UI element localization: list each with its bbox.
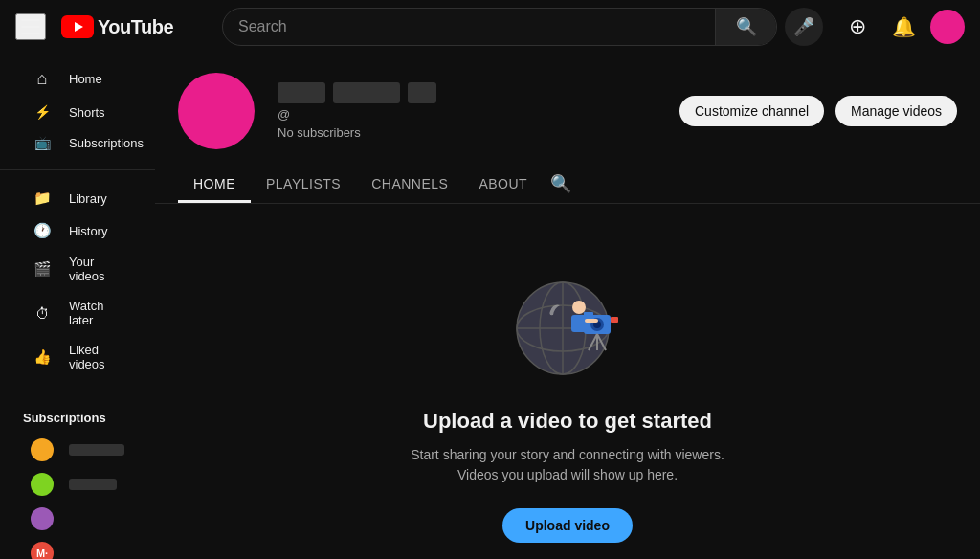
sidebar-item-subscriptions[interactable]: 📺 Subscriptions <box>8 127 147 158</box>
shorts-icon: ⚡ <box>31 104 54 120</box>
empty-state-description: Start sharing your story and connecting … <box>405 445 730 485</box>
bell-icon: 🔔 <box>892 15 916 38</box>
empty-state-illustration <box>501 261 635 386</box>
search-bar: 🔍 <box>222 8 777 46</box>
tab-playlists[interactable]: PLAYLISTS <box>251 165 356 203</box>
channel-info: @ No subscribers <box>278 82 657 140</box>
subscription-item-2[interactable] <box>8 467 147 502</box>
sidebar-item-shorts-label: Shorts <box>69 105 105 120</box>
sub-name-1 <box>69 444 124 456</box>
channel-avatar <box>178 73 255 149</box>
header: YouTube 🔍 🎤 ⊕ 🔔 <box>0 0 980 54</box>
sidebar-item-library-label: Library <box>69 191 107 206</box>
name-block-3 <box>408 82 436 103</box>
sidebar-item-history-label: History <box>69 224 107 238</box>
subscription-item-1[interactable] <box>8 433 147 467</box>
body: ⌂ Home ⚡ Shorts 📺 Subscriptions 📁 Librar… <box>0 54 980 559</box>
subscription-item-m[interactable]: M· <box>8 536 147 559</box>
customize-channel-button[interactable]: Customize channel <box>679 96 824 126</box>
sidebar-item-watch-later[interactable]: ⏱ Watch later <box>8 291 147 335</box>
sidebar-item-home-label: Home <box>69 72 102 86</box>
logo[interactable]: YouTube <box>61 15 173 38</box>
search-input[interactable] <box>223 18 715 35</box>
svg-rect-12 <box>611 317 618 323</box>
home-icon: ⌂ <box>31 69 54 89</box>
channel-name-row <box>278 82 657 103</box>
sidebar-item-library[interactable]: 📁 Library <box>8 182 147 214</box>
channel-tabs: HOME PLAYLISTS CHANNELS ABOUT 🔍 <box>155 165 980 204</box>
name-block-1 <box>278 82 325 103</box>
user-avatar-button[interactable] <box>930 10 965 44</box>
notifications-button[interactable]: 🔔 <box>884 8 923 46</box>
history-icon: 🕐 <box>31 222 54 239</box>
sidebar-item-liked-videos[interactable]: 👍 Liked videos <box>8 335 147 379</box>
subscriptions-section-title: Subscriptions <box>0 403 155 433</box>
sidebar: ⌂ Home ⚡ Shorts 📺 Subscriptions 📁 Librar… <box>0 54 155 559</box>
sidebar-item-history[interactable]: 🕐 History <box>8 214 147 247</box>
sub-name-2 <box>69 479 117 490</box>
svg-rect-17 <box>571 315 587 332</box>
create-icon: ⊕ <box>849 14 866 39</box>
empty-state: Upload a video to get started Start shar… <box>155 204 980 559</box>
name-block-2 <box>333 82 400 103</box>
channel-handle: @ <box>278 107 657 122</box>
sidebar-item-subscriptions-label: Subscriptions <box>69 136 144 150</box>
tabs-search-button[interactable]: 🔍 <box>543 166 579 202</box>
subscriptions-icon: 📺 <box>31 135 54 150</box>
sub-avatar-2 <box>31 473 54 496</box>
channel-header: @ No subscribers Customize channel Manag… <box>155 54 980 149</box>
header-right: ⊕ 🔔 <box>838 8 965 46</box>
tab-about[interactable]: ABOUT <box>463 165 543 203</box>
sidebar-item-home[interactable]: ⌂ Home <box>8 61 147 97</box>
sidebar-divider-1 <box>0 169 155 170</box>
library-icon: 📁 <box>31 190 54 207</box>
your-videos-icon: 🎬 <box>31 260 54 278</box>
sidebar-item-your-videos[interactable]: 🎬 Your videos <box>8 247 147 291</box>
channel-actions: Customize channel Manage videos <box>679 96 957 126</box>
tab-channels[interactable]: CHANNELS <box>356 165 463 203</box>
subscription-item-3[interactable] <box>8 502 147 536</box>
sidebar-divider-2 <box>0 391 155 391</box>
sub-avatar-m: M· <box>31 542 54 559</box>
menu-button[interactable] <box>15 13 46 40</box>
header-left: YouTube <box>15 13 207 40</box>
tab-home[interactable]: HOME <box>178 165 251 203</box>
sub-avatar-3 <box>31 507 54 530</box>
youtube-logo-icon <box>61 15 94 38</box>
sub-avatar-1 <box>31 438 54 461</box>
svg-point-16 <box>572 301 586 314</box>
create-button[interactable]: ⊕ <box>838 8 877 46</box>
voice-search-button[interactable]: 🎤 <box>785 8 823 46</box>
sidebar-item-watch-later-label: Watch later <box>69 299 124 327</box>
sidebar-item-liked-videos-label: Liked videos <box>69 343 124 371</box>
channel-name-placeholder <box>278 82 436 103</box>
main-content: @ No subscribers Customize channel Manag… <box>155 54 980 559</box>
liked-videos-icon: 👍 <box>31 348 54 366</box>
channel-stats: No subscribers <box>278 125 657 140</box>
search-icon: 🔍 <box>736 16 757 37</box>
manage-videos-button[interactable]: Manage videos <box>835 96 957 126</box>
upload-video-button[interactable]: Upload video <box>502 508 633 543</box>
youtube-wordmark: YouTube <box>98 16 173 38</box>
search-area: 🔍 🎤 <box>222 8 823 46</box>
sidebar-item-your-videos-label: Your videos <box>69 255 124 283</box>
empty-state-title: Upload a video to get started <box>423 409 712 434</box>
microphone-icon: 🎤 <box>793 16 814 37</box>
watch-later-icon: ⏱ <box>31 305 54 322</box>
search-button[interactable]: 🔍 <box>715 8 776 46</box>
sidebar-item-shorts[interactable]: ⚡ Shorts <box>8 97 147 127</box>
